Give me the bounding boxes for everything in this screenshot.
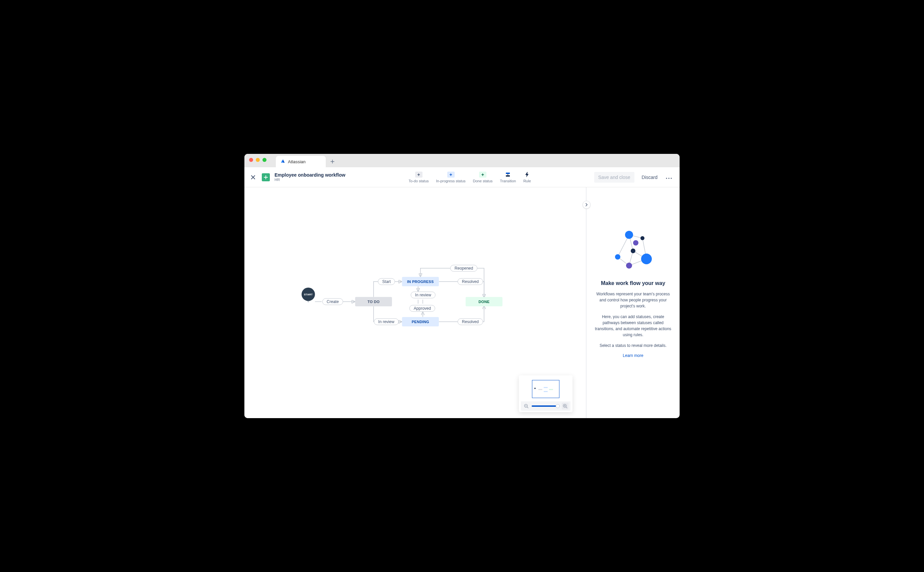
network-illustration-icon (610, 231, 656, 272)
action-buttons: Save and close Discard (594, 172, 673, 183)
svg-point-22 (615, 254, 620, 260)
close-window-button[interactable] (249, 158, 253, 162)
add-todo-status-button[interactable]: + To-do status (409, 172, 429, 183)
zoom-out-button[interactable] (523, 403, 530, 409)
side-panel-title: Make work flow your way (601, 280, 665, 286)
minimap-node (544, 391, 548, 392)
new-tab-button[interactable] (328, 157, 337, 166)
learn-more-link[interactable]: Learn more (623, 353, 643, 358)
mac-titlebar: Atlassian (245, 154, 679, 167)
transition-in-review-bottom[interactable]: In review (374, 319, 399, 325)
transition-icon (504, 172, 511, 178)
transition-in-review-top[interactable]: In review (411, 292, 436, 298)
plus-icon: + (447, 172, 455, 178)
zoom-in-button[interactable] (562, 403, 569, 409)
traffic-lights (249, 158, 266, 162)
transition-resolved-bottom[interactable]: Resolved (458, 319, 483, 325)
status-done[interactable]: DONE (466, 297, 503, 306)
workflow-graph: START TO DO IN PROGRESS PENDING DONE Cre… (302, 266, 516, 353)
more-actions-button[interactable] (665, 174, 673, 180)
add-transition-button[interactable]: Transition (500, 172, 516, 183)
side-panel-paragraph: Workflows represent your team's process … (595, 291, 672, 309)
svg-point-4 (670, 178, 672, 179)
project-icon (262, 173, 270, 181)
svg-point-3 (668, 178, 669, 179)
add-inprogress-status-button[interactable]: + In-progress status (436, 172, 466, 183)
svg-point-2 (666, 178, 667, 179)
close-editor-button[interactable] (249, 173, 257, 181)
status-in-progress[interactable]: IN PROGRESS (402, 277, 439, 286)
plus-icon: + (415, 172, 422, 178)
workflow-title: Employee onboarding workflow (274, 172, 346, 178)
svg-point-24 (626, 263, 632, 269)
zoom-slider-thumb[interactable] (556, 404, 560, 408)
project-meta: Employee onboarding workflow HR (274, 172, 346, 182)
svg-line-15 (566, 407, 567, 409)
toolbar: + To-do status + In-progress status + Do… (350, 172, 589, 183)
add-done-status-button[interactable]: + Done status (473, 172, 493, 183)
editor-body: START TO DO IN PROGRESS PENDING DONE Cre… (245, 187, 679, 418)
transition-create[interactable]: Create (323, 298, 343, 305)
tool-label: To-do status (409, 179, 429, 183)
minimap-viewport[interactable] (532, 380, 559, 398)
minimap-start-dot (534, 388, 536, 389)
transition-resolved-top[interactable]: Resolved (458, 278, 483, 285)
tool-label: In-progress status (436, 179, 466, 183)
save-and-close-button[interactable]: Save and close (594, 172, 634, 183)
app-window: Atlassian Employee onboarding workflow H… (245, 154, 679, 418)
zoom-slider[interactable] (531, 406, 560, 407)
editor-topbar: Employee onboarding workflow HR + To-do … (245, 167, 679, 187)
svg-point-21 (631, 249, 636, 253)
svg-line-12 (527, 407, 528, 409)
browser-tab-title: Atlassian (288, 159, 305, 164)
browser-tab[interactable]: Atlassian (276, 156, 326, 167)
tool-label: Rule (523, 179, 531, 183)
atlassian-logo-icon (280, 159, 285, 165)
project-key: HR (274, 178, 346, 182)
svg-rect-0 (506, 173, 510, 174)
zoom-controls (521, 401, 570, 411)
minimap-node (549, 389, 553, 390)
minimap-node (544, 387, 548, 388)
svg-rect-1 (506, 175, 510, 177)
transition-start[interactable]: Start (378, 278, 395, 285)
workflow-canvas[interactable]: START TO DO IN PROGRESS PENDING DONE Cre… (245, 187, 586, 418)
side-panel-paragraph: Select a status to reveal more details. (600, 342, 667, 348)
side-panel-paragraph: Here, you can add statuses, create pathw… (595, 314, 672, 338)
maximize-window-button[interactable] (262, 158, 266, 162)
lightning-icon (523, 172, 531, 178)
discard-button[interactable]: Discard (638, 172, 662, 183)
tool-label: Transition (500, 179, 516, 183)
transition-reopened[interactable]: Reopened (450, 265, 477, 272)
start-node[interactable]: START (302, 288, 315, 301)
transition-approved[interactable]: Approved (410, 305, 435, 312)
add-rule-button[interactable]: Rule (523, 172, 531, 183)
status-pending[interactable]: PENDING (402, 317, 439, 326)
tool-label: Done status (473, 179, 493, 183)
minimize-window-button[interactable] (256, 158, 260, 162)
svg-point-18 (625, 231, 633, 239)
minimap[interactable] (519, 375, 572, 412)
svg-point-20 (633, 240, 639, 246)
collapse-panel-button[interactable] (583, 201, 591, 209)
plus-icon: + (479, 172, 486, 178)
svg-point-23 (641, 253, 652, 264)
svg-point-19 (640, 236, 645, 240)
minimap-node (538, 389, 542, 390)
status-todo[interactable]: TO DO (355, 297, 392, 306)
side-panel: Make work flow your way Workflows repres… (586, 187, 679, 418)
